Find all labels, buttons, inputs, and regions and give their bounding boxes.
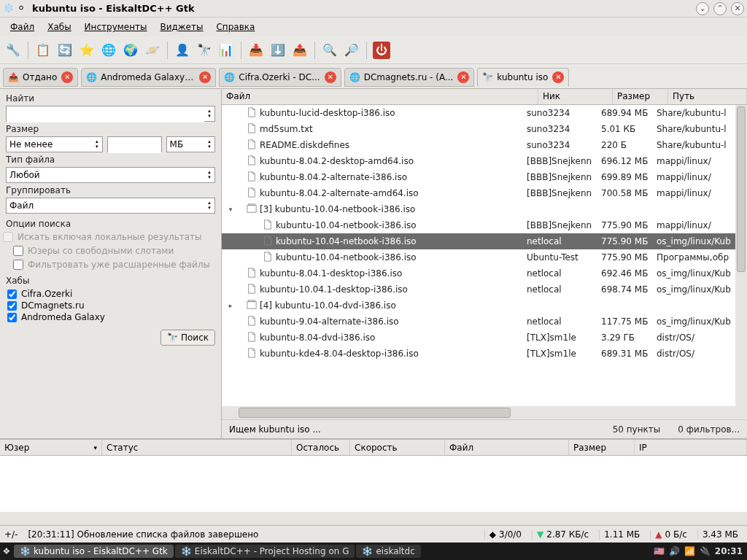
tcol-speed[interactable]: Скорость [350,440,445,455]
opt-shared-checkbox[interactable] [13,260,23,270]
tcol-ip[interactable]: IP [635,440,747,455]
opt-slots-checkbox[interactable] [13,246,23,256]
result-row[interactable]: kubuntu-8.04.2-desktop-amd64.iso[BBB]Sne… [222,153,735,169]
tool-arrow-down-icon[interactable]: ⬇️ [269,42,287,59]
result-row[interactable]: kubuntu-lucid-desktop-i386.isosuno323468… [222,105,735,121]
find-input[interactable] [7,106,204,122]
size-mode-select[interactable]: Не менее▴▾ [6,136,103,152]
file-name: md5sum.txt [260,124,313,134]
file-nick: [TLX]sm1le [527,349,601,359]
tab-close-icon[interactable]: ✕ [457,71,469,83]
tcol-file[interactable]: Файл [445,440,569,455]
tab-3[interactable]: 🌐DCmagnets.ru - (A...✕ [344,68,475,87]
status-toggle[interactable]: +/- [4,529,18,540]
tab-close-icon[interactable]: ✕ [325,71,336,83]
hub-checkbox-0[interactable] [7,289,17,299]
result-row[interactable]: kubuntu-10.04-netbook-i386.isonetlocal77… [222,233,735,249]
col-file[interactable]: Файл [222,89,538,104]
result-row[interactable]: ▾[3] kubuntu-10.04-netbook-i386.iso [222,201,735,217]
col-size[interactable]: Размер [613,89,668,104]
size-unit-select[interactable]: МБ▴▾ [166,136,215,152]
menu-help[interactable]: Справка [210,19,260,35]
tab-4[interactable]: 🔭kubuntu iso✕ [477,68,569,87]
tool-hublist-icon[interactable]: 📋 [34,42,52,59]
tray-battery-icon[interactable]: 🔌 [700,546,711,556]
result-row[interactable]: kubuntu-10.04-netbook-i386.iso[BBB]Snejk… [222,217,735,233]
expander-icon[interactable]: ▸ [226,302,235,309]
find-input-wrap[interactable]: ▴▾ [6,106,215,122]
tcol-size[interactable]: Размер [569,440,635,455]
clock[interactable]: 20:31 [715,546,743,556]
maximize-button[interactable]: ⌃ [713,2,727,15]
toolbar: 🔧 📋 🔄 ⭐ 🌐 🌍 🪐 👤 🔭 📊 📥 ⬇️ 📤 🔍 🔎 ⏻ [0,36,747,64]
result-row[interactable]: kubuntu-10.04-netbook-i386.isoUbuntu-Tes… [222,249,735,265]
tool-globe-icon[interactable]: 🌐 [100,42,117,59]
tray-sound-icon[interactable]: 🔊 [669,546,680,556]
taskbar-task[interactable]: ❄️kubuntu iso - EiskaltDC++ Gtk [14,545,174,558]
result-row[interactable]: ▸[4] kubuntu-10.04-dvd-i386.iso [222,298,735,314]
col-nick[interactable]: Ник [538,89,613,104]
horizontal-scrollbar[interactable] [222,406,747,419]
tab-1[interactable]: 🌐Andromeda Galaxy ...✕ [81,68,216,87]
tool-world-icon[interactable]: 🌍 [122,42,139,59]
tray-network-icon[interactable]: 📶 [684,546,695,556]
menu-hubs[interactable]: Хабы [42,19,77,35]
tool-magnify-icon[interactable]: 🔍 [321,42,338,59]
tab-0[interactable]: 📤Отдано✕ [3,68,78,87]
tool-zoom-icon[interactable]: 🔎 [343,42,360,59]
tab-close-icon[interactable]: ✕ [61,71,73,83]
tcol-status[interactable]: Статус [102,440,292,455]
vertical-scrollbar[interactable] [735,105,747,406]
tool-upload-icon[interactable]: 📤 [291,42,309,59]
start-button[interactable]: ❖ [0,546,13,556]
result-row[interactable]: kubuntu-9.04-alternate-i386.isonetlocal1… [222,314,735,330]
expander-icon[interactable]: ▾ [226,206,235,213]
col-path[interactable]: Путь [668,89,747,104]
result-row[interactable]: kubuntu-8.04-dvd-i386.iso[TLX]sm1le3.29 … [222,330,735,346]
tcol-user[interactable]: Юзер▾ [0,440,102,455]
transfers-header: Юзер▾ Статус Осталось Скорость Файл Разм… [0,440,747,456]
taskbar-task[interactable]: ❄️EiskaltDC++ - Project Hosting on G [175,545,355,558]
tool-planet-icon[interactable]: 🪐 [144,42,161,59]
opt-local-checkbox[interactable] [3,232,13,242]
result-row[interactable]: kubuntu-10.04.1-desktop-i386.isonetlocal… [222,281,735,298]
tab-close-icon[interactable]: ✕ [552,71,564,83]
tool-power-icon[interactable]: ⏻ [373,42,390,59]
tool-favhubs-icon[interactable]: ⭐ [78,42,96,59]
tool-search-icon[interactable]: 🔭 [196,42,213,59]
file-nick: netlocal [527,316,601,327]
results-body[interactable]: kubuntu-lucid-desktop-i386.isosuno323468… [222,105,747,406]
tab-2[interactable]: 🌐Cifra.Ozerki - DC...✕ [219,68,341,87]
group-select[interactable]: Файл▴▾ [6,198,215,214]
file-path: Share/kubuntu-l [657,140,735,150]
group-label: Группировать [6,185,215,195]
transfers-body[interactable] [0,456,747,512]
minimize-button[interactable]: ⌄ [696,2,709,15]
result-row[interactable]: md5sum.txtsuno32345.01 КБShare/kubuntu-l [222,121,735,137]
tool-users-icon[interactable]: 👤 [174,42,191,59]
transfers-scrollbar[interactable] [0,512,747,525]
hub-checkbox-2[interactable] [7,313,17,322]
close-button[interactable]: ✕ [731,2,744,15]
tab-close-icon[interactable]: ✕ [199,71,211,83]
taskbar-task[interactable]: ❄️eiskaltdc [356,545,420,558]
tool-connect-icon[interactable]: 🔧 [4,42,22,59]
result-row[interactable]: kubuntu-8.04.2-alternate-i386.iso[BBB]Sn… [222,169,735,185]
menu-file[interactable]: Файл [4,19,40,35]
search-button[interactable]: 🔭Поиск [160,330,215,346]
result-row[interactable]: README.diskdefinessuno3234220 БShare/kub… [222,137,735,153]
hub-checkbox-1[interactable] [7,301,17,311]
tool-refresh-icon[interactable]: 🔄 [56,42,74,59]
tool-download-icon[interactable]: 📥 [247,42,265,59]
tcol-remaining[interactable]: Осталось [292,440,350,455]
menu-tools[interactable]: Инструменты [79,19,153,35]
result-row[interactable]: kubuntu-8.04.1-desktop-i386.isonetlocal6… [222,265,735,281]
type-select[interactable]: Любой▴▾ [6,167,215,183]
tray-flag-icon[interactable]: 🇺🇸 [654,546,665,556]
menu-widgets[interactable]: Виджеты [154,19,209,35]
result-row[interactable]: kubuntu-8.04.2-alternate-amd64.iso[BBB]S… [222,185,735,201]
result-row[interactable]: kubuntu-kde4-8.04-desktop-i386.iso[TLX]s… [222,346,735,362]
tool-chart-icon[interactable]: 📊 [217,42,235,59]
tab-label: kubuntu iso [497,72,548,82]
size-value-input[interactable] [108,137,161,153]
